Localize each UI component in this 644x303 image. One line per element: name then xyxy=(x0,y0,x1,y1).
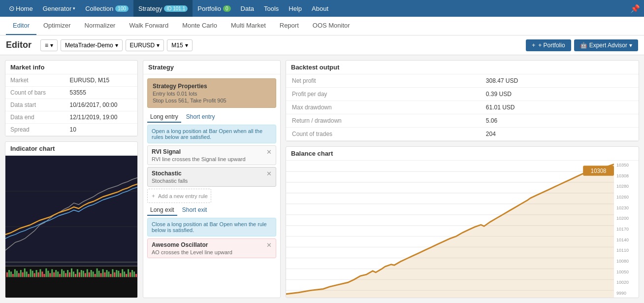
tab-long-exit[interactable]: Long exit xyxy=(147,205,177,216)
timeframe-dropdown[interactable]: M15 ▾ xyxy=(167,39,192,51)
home-icon: ⊙ xyxy=(9,4,15,12)
table-row: Max drawdown 61.01 USD xyxy=(286,101,639,114)
add-entry-rule-button[interactable]: ＋ Add a new entry rule xyxy=(147,189,211,203)
svg-rect-23 xyxy=(38,272,39,277)
strategy-title: Strategy xyxy=(143,61,280,74)
top-nav: ⊙ Home Generator ▾ Collection 100 Strate… xyxy=(0,0,644,17)
tab-optimizer-label: Optimizer xyxy=(43,22,71,29)
rule-card-stochastic[interactable]: Stochastic ✕ Stochastic falls xyxy=(147,167,276,187)
svg-rect-49 xyxy=(89,272,90,277)
nav-collection-label: Collection xyxy=(85,5,113,12)
svg-rect-25 xyxy=(41,271,43,277)
tab-long-entry[interactable]: Long entry xyxy=(147,112,181,123)
table-row: Data end 12/11/2019, 19:00 xyxy=(5,111,137,124)
chevron-down-icon: ▾ xyxy=(115,42,118,49)
portfolio-button[interactable]: + + Portfolio xyxy=(526,39,571,51)
nav-portfolio[interactable]: Portfolio 0 xyxy=(193,0,235,17)
tab-montecarlo-label: Monte Carlo xyxy=(182,22,217,29)
y-label: 10350 xyxy=(616,163,639,168)
rule-card-rvi[interactable]: RVI Signal ✕ RVI line crosses the Signal… xyxy=(147,145,276,165)
svg-rect-36 xyxy=(63,271,64,277)
svg-rect-70 xyxy=(129,272,131,277)
market-info-table: Market EURUSD, M15 Count of bars 53555 D… xyxy=(5,74,137,136)
svg-rect-59 xyxy=(108,271,109,277)
tab-walkforward[interactable]: Walk Forward xyxy=(122,16,175,35)
rule-awesome-detail: AO crosses the Level line upward xyxy=(148,249,276,258)
rule-awesome-title: Awesome Oscillator xyxy=(152,241,208,248)
rule-card-awesome[interactable]: Awesome Oscillator ✕ AO crosses the Leve… xyxy=(147,238,276,258)
nav-help[interactable]: Help xyxy=(284,0,307,17)
count-trades-value: 204 xyxy=(480,128,639,141)
spread-value: 10 xyxy=(65,124,137,136)
indicator-chart-title: Indicator chart xyxy=(5,142,137,156)
table-row: Return / drawdown 5.06 xyxy=(286,114,639,128)
balance-chart-section: Balance chart xyxy=(286,146,639,298)
broker-dropdown[interactable]: MetaTrader-Demo ▾ xyxy=(61,39,123,51)
menu-button[interactable]: ≡ ▾ xyxy=(40,39,58,51)
svg-rect-46 xyxy=(83,271,84,277)
nav-generator[interactable]: Generator ▾ xyxy=(38,0,81,17)
svg-rect-19 xyxy=(30,269,32,277)
rule-awesome-close-button[interactable]: ✕ xyxy=(266,242,272,248)
chevron-down-icon: ▾ xyxy=(73,6,75,11)
svg-rect-29 xyxy=(49,273,51,277)
svg-rect-39 xyxy=(69,272,70,277)
nav-home-label: Home xyxy=(16,5,33,12)
nav-about[interactable]: About xyxy=(307,0,333,17)
nav-strategy[interactable]: Strategy ID 101.1 xyxy=(133,0,193,17)
svg-rect-64 xyxy=(118,271,119,277)
indicator-chart-box: Indicator chart xyxy=(5,141,138,298)
tab-multimarket[interactable]: Multi Market xyxy=(224,16,273,35)
nav-data[interactable]: Data xyxy=(236,0,259,17)
plus-icon: ＋ xyxy=(151,192,156,200)
svg-rect-14 xyxy=(20,270,22,277)
tab-short-exit[interactable]: Short exit xyxy=(179,205,210,216)
rule-card-awesome-header: Awesome Oscillator ✕ xyxy=(148,239,276,249)
symbol-dropdown[interactable]: EURUSD ▾ xyxy=(126,39,164,51)
svg-rect-30 xyxy=(51,269,53,277)
y-label: 10308 xyxy=(616,173,639,178)
tab-short-entry[interactable]: Short entry xyxy=(183,112,218,123)
menu-icon: ≡ xyxy=(45,42,48,49)
rule-stochastic-close-button[interactable]: ✕ xyxy=(266,170,272,177)
short-exit-label: Short exit xyxy=(182,206,207,213)
expert-advisor-button[interactable]: 🤖 Expert Advisor ▾ xyxy=(574,39,638,51)
svg-rect-53 xyxy=(97,269,98,277)
svg-rect-38 xyxy=(67,270,68,277)
bars-value: 53555 xyxy=(65,87,137,99)
tab-montecarlo[interactable]: Monte Carlo xyxy=(175,16,224,35)
nav-collection[interactable]: Collection 100 xyxy=(80,0,133,17)
svg-rect-42 xyxy=(75,274,76,277)
portfolio-btn-label: + Portfolio xyxy=(538,42,565,49)
plus-icon: + xyxy=(532,42,535,49)
bars-label: Count of bars xyxy=(5,87,65,99)
table-row: Profit per day 0.39 USD xyxy=(286,88,639,101)
tab-report[interactable]: Report xyxy=(273,16,306,35)
rule-rvi-close-button[interactable]: ✕ xyxy=(266,149,272,155)
rule-card-stochastic-header: Stochastic ✕ xyxy=(148,168,276,178)
svg-rect-71 xyxy=(131,270,133,277)
svg-rect-43 xyxy=(77,269,78,277)
tab-optimizer[interactable]: Optimizer xyxy=(36,16,78,35)
svg-rect-57 xyxy=(104,272,106,277)
rule-rvi-title: RVI Signal xyxy=(152,148,181,155)
tab-normalizer[interactable]: Normalizer xyxy=(78,16,123,35)
symbol-label: EURUSD xyxy=(130,42,155,49)
max-drawdown-label: Max drawdown xyxy=(286,101,480,114)
svg-rect-66 xyxy=(122,269,123,277)
long-exit-label: Long exit xyxy=(150,206,174,213)
tab-oosmonitor[interactable]: OOS Monitor xyxy=(306,16,357,35)
svg-rect-44 xyxy=(79,272,80,277)
svg-rect-56 xyxy=(102,269,104,277)
backtest-title: Backtest output xyxy=(286,61,639,74)
exit-description: Close a long position at Bar Open when t… xyxy=(147,218,276,236)
svg-rect-50 xyxy=(91,270,92,277)
strategy-properties-box[interactable]: Strategy Properties Entry lots 0.01 lots… xyxy=(147,78,276,108)
tab-editor[interactable]: Editor xyxy=(6,16,36,35)
svg-rect-17 xyxy=(26,271,28,277)
expert-advisor-icon: 🤖 xyxy=(580,42,587,49)
y-label: 10260 xyxy=(616,195,639,200)
nav-home[interactable]: ⊙ Home xyxy=(4,0,38,17)
dataend-value: 12/11/2019, 19:00 xyxy=(65,111,137,124)
nav-tools[interactable]: Tools xyxy=(259,0,284,17)
